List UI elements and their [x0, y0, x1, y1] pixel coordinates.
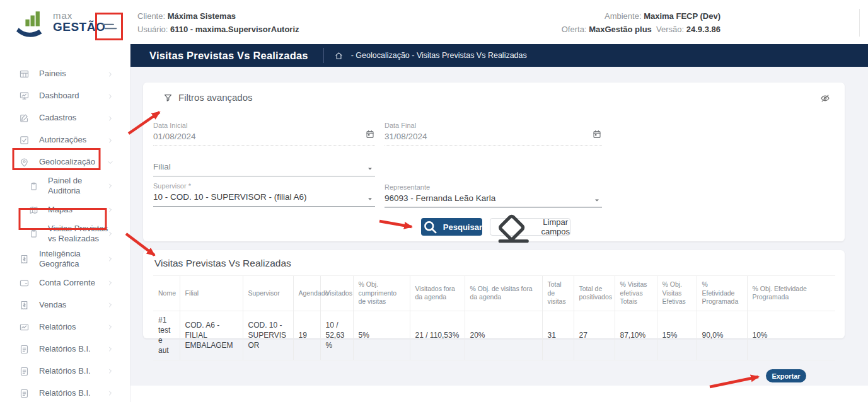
chevron-down-icon — [107, 159, 113, 166]
table-cell: 31 — [542, 311, 574, 360]
sidebar-item-painel-de-auditoria[interactable]: Painel de Auditoria — [0, 173, 130, 199]
sidebar-item-label: Cadastros — [39, 113, 113, 123]
column-header: Nome — [153, 276, 180, 311]
clipboard-icon — [29, 229, 38, 238]
eye-off-icon[interactable] — [819, 93, 831, 104]
supervisor-value[interactable]: 10 - COD. 10 - SUPERVISOR - (filial A6) — [153, 192, 375, 207]
versao-value: 24.9.3.86 — [686, 25, 720, 34]
breadcrumb-home-icon[interactable] — [334, 51, 344, 60]
sidebar-item-label: Vendas — [39, 300, 113, 310]
user-value: 6110 - maxima.SupervisorAutoriz — [170, 25, 299, 34]
logo-text-gestao: GESTÃO — [53, 20, 105, 34]
sidebar-item-conta-corrente[interactable]: Conta Corrente — [0, 272, 130, 294]
sidebar-item-dashboard[interactable]: Dashboard — [0, 85, 130, 107]
sidebar-item-label: Geolocalização — [39, 157, 113, 167]
oferta-value: MaxGestão plus — [589, 25, 652, 34]
caret-down-icon[interactable] — [593, 197, 601, 204]
table-cell: 87,10% — [615, 311, 657, 360]
clipboard-icon — [29, 181, 38, 191]
table-cell: COD. 10 - SUPERVISOR — [243, 311, 293, 360]
sidebar-item-paineis[interactable]: Paineis — [0, 63, 130, 85]
table-cell: 10 / 52,63% — [320, 311, 353, 360]
sidebar-item-relatorios-b-i[interactable]: Relatórios B.I. — [0, 338, 130, 360]
sidebar-item-inteligencia-geografica[interactable]: Inteligência Geográfica — [0, 246, 130, 272]
sidebar-item-label: Conta Corrente — [39, 278, 113, 288]
supervisor-label: Supervisor * — [153, 182, 375, 190]
chevron-right-icon — [107, 256, 113, 262]
document-icon — [19, 366, 30, 377]
sidebar-item-geolocalizacao[interactable]: Geolocalização — [0, 151, 130, 173]
sidebar-item-relatorios-b-i[interactable]: Relatórios B.I. — [0, 382, 130, 402]
data-final-field[interactable]: Data Final 31/08/2024 — [385, 122, 602, 146]
logo-text-max: max — [53, 10, 72, 21]
chevron-right-icon — [107, 324, 113, 330]
chevron-right-icon — [107, 93, 113, 100]
sidebar-item-label: Relatórios B.I. — [39, 388, 113, 398]
table-cell: 90,0% — [697, 311, 747, 360]
edit-icon — [19, 113, 30, 123]
table-cell: 5% — [353, 311, 410, 360]
chevron-right-icon — [107, 71, 113, 78]
location-pin-icon — [19, 157, 30, 168]
calendar-icon[interactable] — [592, 129, 602, 139]
sidebar-item-autorizacoes[interactable]: Autorizações — [0, 129, 130, 151]
sidebar-item-relatorios-b-i[interactable]: Relatórios B.I. — [0, 360, 130, 382]
table-cell: #1 teste aut — [153, 311, 180, 360]
menu-toggle-button[interactable] — [100, 17, 119, 36]
sidebar-item-mapas[interactable]: Mapas — [0, 199, 130, 221]
client-label: Cliente: — [137, 11, 165, 21]
data-inicial-field[interactable]: Data Inicial 01/08/2024 — [153, 122, 375, 146]
clear-fields-button[interactable]: Limpar campos — [490, 218, 570, 236]
data-inicial-label: Data Inicial — [153, 122, 375, 129]
chevron-right-icon — [107, 368, 113, 374]
clear-fields-label: Limpar campos — [541, 217, 570, 236]
eraser-icon — [490, 204, 536, 250]
chevron-right-icon — [107, 390, 113, 396]
chevron-right-icon — [107, 183, 113, 189]
client-info: Cliente: Máxima Sistemas Usuário: 6110 -… — [137, 9, 299, 36]
environment-info: Ambiente: Maxima FECP (Dev) Oferta: MaxG… — [562, 9, 720, 36]
document-icon — [19, 388, 30, 399]
titlebar-divider — [323, 48, 324, 63]
column-header: % Obj. cumprimento de visitas — [353, 276, 410, 311]
filial-placeholder[interactable]: Filial — [153, 162, 375, 176]
chevron-right-icon — [107, 346, 113, 352]
chevron-right-icon — [107, 302, 113, 308]
breadcrumb: - Geolocalização - Visitas Previstas Vs … — [351, 51, 527, 60]
data-final-value[interactable]: 31/08/2024 — [385, 132, 602, 146]
caret-down-icon[interactable] — [366, 195, 374, 203]
sidebar-item-vendas[interactable]: Vendas — [0, 294, 130, 316]
export-button[interactable]: Exportar — [766, 369, 806, 382]
search-button-label: Pesquisar — [443, 222, 482, 232]
data-final-label: Data Final — [385, 122, 602, 129]
panels-icon — [19, 69, 30, 79]
sidebar-item-label: Relatórios — [39, 322, 113, 332]
header-divider — [859, 9, 860, 37]
filial-select[interactable]: Filial — [153, 162, 375, 176]
table-cell: 19 — [293, 311, 320, 360]
sidebar-item-label: Mapas — [48, 205, 113, 215]
table-cell: 27 — [574, 311, 615, 360]
logo-icon — [16, 9, 50, 39]
search-button[interactable]: Pesquisar — [421, 218, 482, 236]
table-cell: COD. A6 - FILIAL EMBALAGEM — [180, 311, 243, 360]
invoice-icon — [19, 254, 30, 265]
wallet-icon — [19, 278, 30, 289]
column-header: Agendado — [293, 276, 320, 311]
invoice-icon — [19, 300, 30, 311]
sidebar-item-relatorios[interactable]: Relatórios — [0, 316, 130, 338]
caret-down-icon[interactable] — [366, 165, 374, 173]
versao-label: Versão: — [656, 25, 684, 34]
supervisor-select[interactable]: Supervisor * 10 - COD. 10 - SUPERVISOR -… — [153, 182, 375, 207]
column-header: Filial — [180, 276, 243, 311]
sidebar-item-label: Paineis — [39, 69, 113, 79]
sidebar-item-visitas-previstas-vs-realizadas[interactable]: Visitas Previstas vs Realizadas — [0, 221, 130, 247]
filter-icon — [163, 93, 173, 103]
app-logo: max GESTÃO — [16, 6, 111, 39]
calendar-icon[interactable] — [365, 129, 375, 139]
table-cell: 20% — [465, 311, 542, 360]
data-inicial-value[interactable]: 01/08/2024 — [153, 132, 375, 146]
sidebar-item-cadastros[interactable]: Cadastros — [0, 107, 130, 129]
representante-label: Representante — [385, 183, 602, 191]
table-row[interactable]: #1 teste autCOD. A6 - FILIAL EMBALAGEMCO… — [153, 311, 835, 360]
